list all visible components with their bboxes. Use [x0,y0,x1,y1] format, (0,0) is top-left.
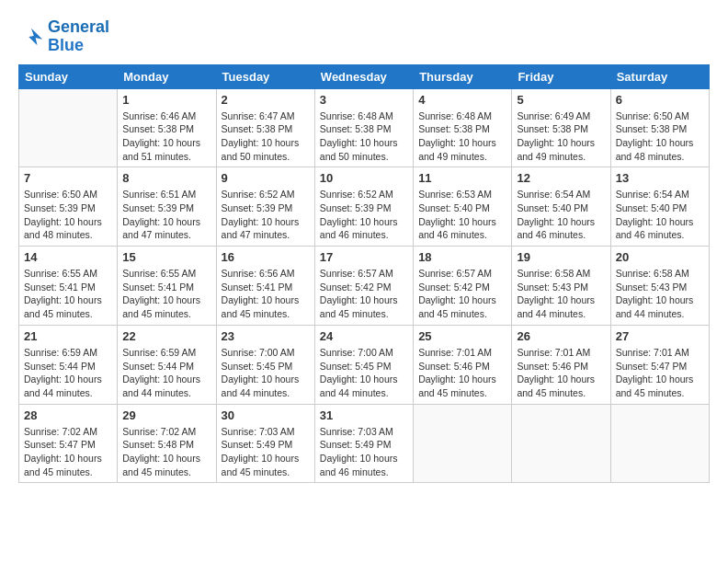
day-number: 12 [517,171,605,185]
calendar-cell: 10Sunrise: 6:52 AMSunset: 5:39 PMDayligh… [314,167,413,247]
calendar-cell: 30Sunrise: 7:03 AMSunset: 5:49 PMDayligh… [216,404,314,483]
day-info: Sunrise: 6:48 AMSunset: 5:38 PMDaylight:… [320,109,408,164]
calendar-cell: 15Sunrise: 6:55 AMSunset: 5:41 PMDayligh… [118,247,216,326]
calendar-cell: 25Sunrise: 7:01 AMSunset: 5:46 PMDayligh… [414,325,512,404]
calendar-cell [610,404,709,483]
logo-text: General Blue [48,18,109,55]
calendar-cell: 20Sunrise: 6:58 AMSunset: 5:43 PMDayligh… [610,247,709,326]
day-info: Sunrise: 7:01 AMSunset: 5:46 PMDaylight:… [418,346,506,400]
day-number: 22 [122,329,210,343]
day-info: Sunrise: 6:56 AMSunset: 5:41 PMDaylight:… [222,267,310,321]
calendar-cell: 11Sunrise: 6:53 AMSunset: 5:40 PMDayligh… [414,167,512,247]
calendar-cell: 19Sunrise: 6:58 AMSunset: 5:43 PMDayligh… [512,247,610,326]
day-info: Sunrise: 7:02 AMSunset: 5:47 PMDaylight:… [24,425,112,479]
calendar-cell: 9Sunrise: 6:52 AMSunset: 5:39 PMDaylight… [216,167,314,247]
day-info: Sunrise: 6:54 AMSunset: 5:40 PMDaylight:… [616,188,704,242]
svg-marker-0 [28,28,42,45]
day-info: Sunrise: 7:02 AMSunset: 5:48 PMDaylight:… [122,425,210,479]
calendar-week-row: 14Sunrise: 6:55 AMSunset: 5:41 PMDayligh… [19,247,710,326]
day-info: Sunrise: 6:52 AMSunset: 5:39 PMDaylight:… [222,188,310,242]
day-number: 5 [517,93,605,107]
day-info: Sunrise: 7:03 AMSunset: 5:49 PMDaylight:… [222,425,310,479]
day-info: Sunrise: 6:48 AMSunset: 5:38 PMDaylight:… [418,109,506,164]
calendar-cell: 4Sunrise: 6:48 AMSunset: 5:38 PMDaylight… [414,88,512,167]
day-info: Sunrise: 6:51 AMSunset: 5:39 PMDaylight:… [122,188,210,242]
day-of-week-header: Tuesday [216,64,314,88]
day-info: Sunrise: 6:57 AMSunset: 5:42 PMDaylight:… [320,267,408,321]
calendar-cell: 13Sunrise: 6:54 AMSunset: 5:40 PMDayligh… [610,167,709,247]
calendar-cell: 6Sunrise: 6:50 AMSunset: 5:38 PMDaylight… [610,88,709,167]
day-of-week-header: Saturday [610,64,709,88]
calendar-cell: 28Sunrise: 7:02 AMSunset: 5:47 PMDayligh… [19,404,118,483]
calendar-week-row: 7Sunrise: 6:50 AMSunset: 5:39 PMDaylight… [19,167,710,247]
calendar-cell: 7Sunrise: 6:50 AMSunset: 5:39 PMDaylight… [19,167,118,247]
day-number: 1 [122,93,210,107]
day-info: Sunrise: 6:58 AMSunset: 5:43 PMDaylight:… [616,267,704,321]
day-number: 8 [122,171,210,185]
day-info: Sunrise: 6:55 AMSunset: 5:41 PMDaylight:… [122,267,210,321]
calendar-cell: 5Sunrise: 6:49 AMSunset: 5:38 PMDaylight… [512,88,610,167]
day-info: Sunrise: 6:49 AMSunset: 5:38 PMDaylight:… [517,109,605,164]
day-number: 27 [616,329,704,343]
day-number: 19 [517,250,605,264]
day-number: 30 [222,408,310,422]
day-number: 3 [320,93,408,107]
day-info: Sunrise: 6:55 AMSunset: 5:41 PMDaylight:… [24,267,112,321]
logo: General Blue [18,18,109,55]
calendar-cell: 29Sunrise: 7:02 AMSunset: 5:48 PMDayligh… [118,404,216,483]
day-info: Sunrise: 6:59 AMSunset: 5:44 PMDaylight:… [24,346,112,400]
day-number: 2 [222,93,310,107]
day-number: 9 [222,171,310,185]
day-number: 10 [320,171,408,185]
day-number: 28 [24,408,112,422]
day-number: 14 [24,250,112,264]
day-info: Sunrise: 6:50 AMSunset: 5:39 PMDaylight:… [24,188,112,242]
day-number: 21 [24,329,112,343]
calendar-cell: 1Sunrise: 6:46 AMSunset: 5:38 PMDaylight… [118,88,216,167]
day-info: Sunrise: 7:01 AMSunset: 5:47 PMDaylight:… [616,346,704,400]
day-info: Sunrise: 6:47 AMSunset: 5:38 PMDaylight:… [222,109,310,164]
day-info: Sunrise: 6:46 AMSunset: 5:38 PMDaylight:… [122,109,210,164]
calendar-cell [512,404,610,483]
day-number: 7 [24,171,112,185]
day-of-week-header: Thursday [414,64,512,88]
calendar-cell: 31Sunrise: 7:03 AMSunset: 5:49 PMDayligh… [314,404,413,483]
calendar-cell: 8Sunrise: 6:51 AMSunset: 5:39 PMDaylight… [118,167,216,247]
calendar-week-row: 1Sunrise: 6:46 AMSunset: 5:38 PMDaylight… [19,88,710,167]
day-number: 6 [616,93,704,107]
calendar-cell: 22Sunrise: 6:59 AMSunset: 5:44 PMDayligh… [118,325,216,404]
day-number: 4 [418,93,506,107]
day-of-week-header: Friday [512,64,610,88]
day-info: Sunrise: 7:00 AMSunset: 5:45 PMDaylight:… [320,346,408,400]
page-header: General Blue [18,18,710,55]
calendar-cell: 16Sunrise: 6:56 AMSunset: 5:41 PMDayligh… [216,247,314,326]
day-info: Sunrise: 6:54 AMSunset: 5:40 PMDaylight:… [517,188,605,242]
day-number: 25 [418,329,506,343]
calendar-cell: 24Sunrise: 7:00 AMSunset: 5:45 PMDayligh… [314,325,413,404]
calendar-week-row: 21Sunrise: 6:59 AMSunset: 5:44 PMDayligh… [19,325,710,404]
day-number: 23 [222,329,310,343]
logo-icon [18,24,44,50]
day-number: 16 [222,250,310,264]
day-of-week-header: Wednesday [314,64,413,88]
calendar-cell: 18Sunrise: 6:57 AMSunset: 5:42 PMDayligh… [414,247,512,326]
day-number: 15 [122,250,210,264]
day-info: Sunrise: 6:59 AMSunset: 5:44 PMDaylight:… [122,346,210,400]
day-number: 20 [616,250,704,264]
calendar-header-row: SundayMondayTuesdayWednesdayThursdayFrid… [19,64,710,88]
day-info: Sunrise: 6:53 AMSunset: 5:40 PMDaylight:… [418,188,506,242]
day-info: Sunrise: 7:03 AMSunset: 5:49 PMDaylight:… [320,425,408,479]
day-number: 18 [418,250,506,264]
calendar-cell: 23Sunrise: 7:00 AMSunset: 5:45 PMDayligh… [216,325,314,404]
calendar-cell [19,88,118,167]
day-number: 26 [517,329,605,343]
day-info: Sunrise: 6:50 AMSunset: 5:38 PMDaylight:… [616,109,704,164]
day-number: 11 [418,171,506,185]
day-number: 31 [320,408,408,422]
calendar-cell: 21Sunrise: 6:59 AMSunset: 5:44 PMDayligh… [19,325,118,404]
day-number: 17 [320,250,408,264]
calendar-cell: 26Sunrise: 7:01 AMSunset: 5:46 PMDayligh… [512,325,610,404]
day-info: Sunrise: 6:57 AMSunset: 5:42 PMDaylight:… [418,267,506,321]
calendar-cell: 27Sunrise: 7:01 AMSunset: 5:47 PMDayligh… [610,325,709,404]
day-of-week-header: Monday [118,64,216,88]
